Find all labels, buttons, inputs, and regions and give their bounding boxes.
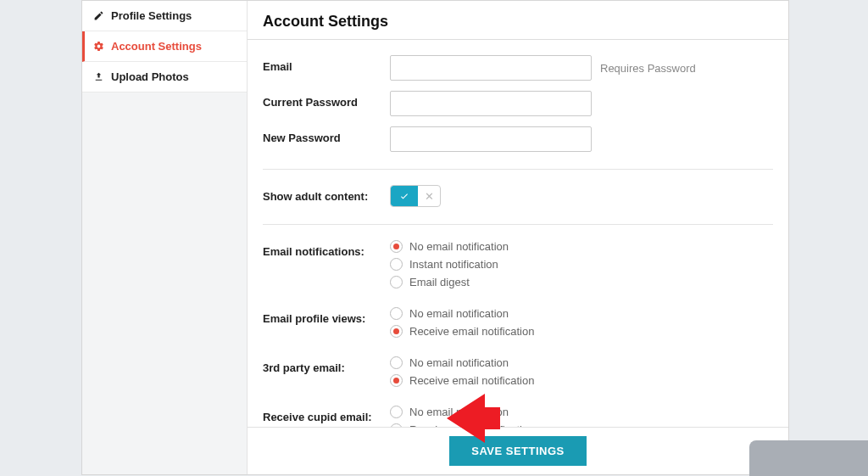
email-hint: Requires Password	[600, 62, 696, 75]
email-label: Email	[263, 55, 390, 73]
new-password-input[interactable]	[390, 126, 592, 152]
upload-icon	[92, 71, 104, 83]
profile-views-option-receive[interactable]: Receive email notification	[390, 325, 534, 338]
radio-icon	[390, 240, 403, 253]
radio-label: Instant notification	[409, 258, 498, 271]
x-icon: ✕	[418, 190, 440, 203]
sidebar-item-profile-settings[interactable]: Profile Settings	[82, 1, 247, 31]
adult-content-label: Show adult content:	[263, 185, 390, 203]
radio-icon	[390, 307, 403, 320]
email-notifications-label: Email notifications:	[263, 240, 390, 258]
radio-icon	[390, 258, 403, 271]
radio-icon	[390, 406, 403, 418]
radio-label: No email notification	[409, 356, 509, 369]
cupid-email-label: Receive cupid email:	[263, 406, 390, 423]
cupid-option-none[interactable]: No email notification	[390, 406, 534, 418]
radio-icon	[390, 325, 403, 338]
page-title: Account Settings	[263, 13, 773, 31]
radio-label: No email notification	[409, 406, 509, 418]
footer: SAVE SETTINGS	[248, 427, 788, 474]
radio-label: Email digest	[409, 276, 470, 288]
third-party-label: 3rd party email:	[263, 356, 390, 374]
notifications-option-none[interactable]: No email notification	[390, 240, 509, 253]
bottom-right-panel	[749, 440, 868, 476]
sidebar: Profile Settings Account Settings Upload…	[82, 1, 248, 474]
radio-label: No email notification	[409, 240, 509, 253]
radio-label: Receive email notification	[409, 374, 534, 387]
sidebar-item-label: Account Settings	[111, 40, 202, 53]
pencil-icon	[92, 10, 104, 22]
sidebar-item-label: Upload Photos	[111, 70, 189, 83]
check-icon	[391, 186, 418, 206]
radio-label: No email notification	[409, 307, 509, 320]
current-password-input[interactable]	[390, 91, 592, 116]
radio-icon	[390, 374, 403, 387]
sidebar-item-upload-photos[interactable]: Upload Photos	[82, 62, 247, 92]
email-input[interactable]	[390, 55, 592, 81]
profile-views-label: Email profile views:	[263, 307, 390, 325]
radio-label: Receive email notification	[409, 325, 534, 338]
radio-icon	[390, 356, 403, 369]
current-password-label: Current Password	[263, 91, 390, 109]
gear-icon	[92, 41, 104, 53]
new-password-label: New Password	[263, 126, 390, 144]
third-party-option-none[interactable]: No email notification	[390, 356, 534, 369]
notifications-option-instant[interactable]: Instant notification	[390, 258, 509, 271]
radio-icon	[390, 276, 403, 288]
main-panel: Account Settings Email Requires Password…	[248, 1, 788, 474]
sidebar-item-account-settings[interactable]: Account Settings	[82, 31, 247, 62]
sidebar-item-label: Profile Settings	[111, 9, 192, 22]
third-party-option-receive[interactable]: Receive email notification	[390, 374, 534, 387]
profile-views-option-none[interactable]: No email notification	[390, 307, 534, 320]
notifications-option-digest[interactable]: Email digest	[390, 276, 509, 288]
main-header: Account Settings	[248, 1, 788, 40]
adult-content-toggle[interactable]: ✕	[390, 185, 441, 207]
save-settings-button[interactable]: SAVE SETTINGS	[449, 436, 587, 466]
